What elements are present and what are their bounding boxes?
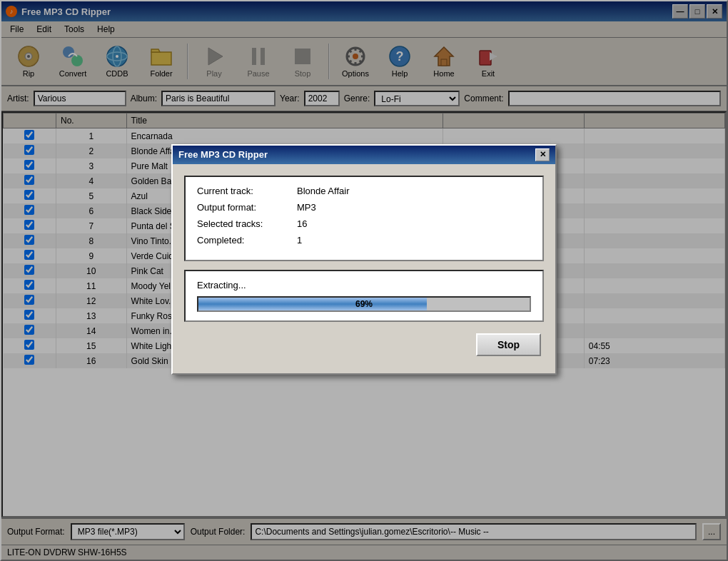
modal-dialog: Free MP3 CD Ripper ✕ Current track: Blon… <box>171 144 557 375</box>
selected-tracks-value: 16 <box>297 218 307 229</box>
modal-overlay: Free MP3 CD Ripper ✕ Current track: Blon… <box>0 0 728 561</box>
progress-bar-container: 69% <box>197 296 531 312</box>
modal-titlebar: Free MP3 CD Ripper ✕ <box>173 146 555 164</box>
modal-footer: Stop <box>184 330 544 362</box>
completed-label: Completed: <box>197 235 297 246</box>
completed-row: Completed: 1 <box>197 235 531 246</box>
modal-progress-box: Extracting... 69% <box>184 270 544 322</box>
modal-body: Current track: Blonde Affair Output form… <box>173 164 555 373</box>
stop-button[interactable]: Stop <box>476 333 541 356</box>
output-format-label: Output format: <box>197 202 297 213</box>
current-track-row: Current track: Blonde Affair <box>197 186 531 196</box>
selected-tracks-row: Selected tracks: 16 <box>197 218 531 229</box>
completed-value: 1 <box>297 235 302 246</box>
modal-close-button[interactable]: ✕ <box>535 148 550 161</box>
current-track-label: Current track: <box>197 186 297 196</box>
current-track-value: Blonde Affair <box>297 186 349 196</box>
selected-tracks-label: Selected tracks: <box>197 218 297 229</box>
modal-info-box: Current track: Blonde Affair Output form… <box>184 176 544 261</box>
output-format-value: MP3 <box>297 202 316 213</box>
progress-label: Extracting... <box>197 280 531 290</box>
output-format-row: Output format: MP3 <box>197 202 531 213</box>
progress-bar-text: 69% <box>198 298 530 310</box>
modal-title: Free MP3 CD Ripper <box>178 149 268 160</box>
